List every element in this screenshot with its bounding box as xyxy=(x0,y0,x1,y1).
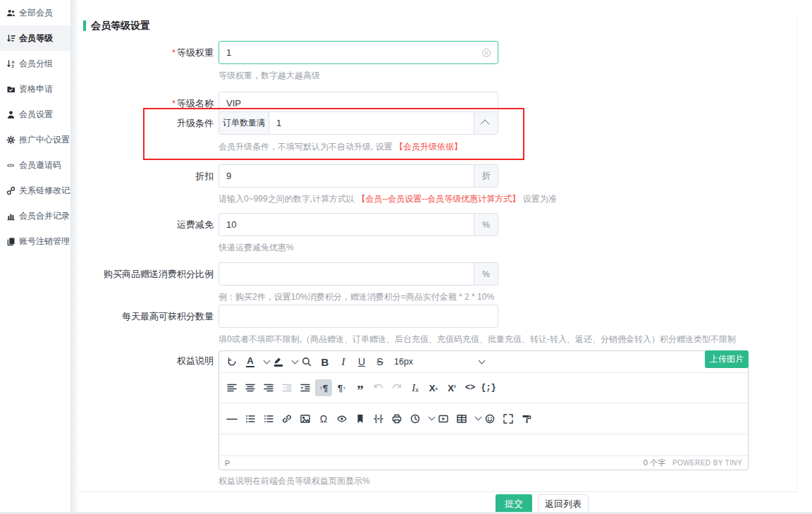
chevron-down-icon xyxy=(479,357,486,364)
print-icon[interactable] xyxy=(388,410,405,427)
upgrade-condition-step-button[interactable] xyxy=(474,112,498,134)
font-size-value: 16px xyxy=(394,357,413,367)
editor-toolbar-row3: — Ω xyxy=(219,403,748,434)
text-color-icon[interactable]: A xyxy=(242,353,259,370)
benefits-tip: 权益说明在前端会员等级权益页面显示% xyxy=(219,475,370,487)
submit-button[interactable]: 提交 xyxy=(496,494,532,513)
superscript-icon[interactable]: X² xyxy=(443,379,460,396)
back-to-list-button[interactable]: 返回列表 xyxy=(538,494,589,513)
sidebar-item-label: 全部会员 xyxy=(19,7,53,19)
background-color-pen-icon[interactable] xyxy=(270,353,287,370)
align-left-icon[interactable] xyxy=(223,379,240,396)
editor-word-count: 0 个字 xyxy=(644,458,665,468)
rtl-icon[interactable]: ¶‹ xyxy=(333,379,350,396)
arrow-up-icon xyxy=(481,120,490,129)
discount-field: 折 xyxy=(219,164,498,188)
indent-icon[interactable] xyxy=(297,379,314,396)
outdent-icon[interactable] xyxy=(278,379,295,396)
editor-element-path[interactable]: P xyxy=(225,459,230,467)
clear-format-icon[interactable]: Ix xyxy=(407,379,424,396)
insert-time-icon[interactable] xyxy=(407,410,424,427)
level-weight-field xyxy=(219,41,498,64)
sidebar-item-label: 会员邀请码 xyxy=(19,159,61,171)
search-icon[interactable] xyxy=(298,353,315,370)
inline-code-icon[interactable]: <> xyxy=(462,379,479,396)
undo-icon[interactable] xyxy=(370,379,387,396)
field-label-upgrade-condition: 升级条件 xyxy=(59,111,214,135)
upload-image-button[interactable]: 上传图片 xyxy=(705,350,749,368)
italic-icon[interactable]: I xyxy=(335,353,352,370)
discount-tip: 请输入0~999之间的数字,计算方式以 【会员--会员设置--会员等级优惠计算方… xyxy=(219,193,557,205)
bullet-list-icon[interactable] xyxy=(242,410,259,427)
level-weight-tip: 等级权重，数字越大越高级 xyxy=(219,70,320,82)
member-person-icon xyxy=(6,110,16,119)
page-break-icon[interactable] xyxy=(370,410,387,427)
daily-points-max-field xyxy=(219,305,498,328)
footer-divider xyxy=(79,491,798,492)
content-right-border xyxy=(796,18,797,491)
sidebar-item-all-members[interactable]: 全部会员 xyxy=(0,0,70,25)
level-weight-input[interactable] xyxy=(219,42,481,63)
discount-input[interactable] xyxy=(219,165,474,187)
editor-toolbar-row2: ›¶ ¶‹ ” Ix X₂ X² <> {;} xyxy=(219,373,748,403)
editor-brand: POWERED BY TINY xyxy=(672,459,742,467)
points-ratio-field: % xyxy=(219,262,498,286)
numbered-list-icon[interactable] xyxy=(260,410,277,427)
chevron-down-icon[interactable] xyxy=(475,414,482,421)
discount-calc-link[interactable]: 【会员--会员设置--会员等级优惠计算方式】 xyxy=(357,194,520,204)
sidebar-scrollbar[interactable] xyxy=(70,0,80,514)
member-level-sort-icon xyxy=(6,34,16,43)
daily-points-max-input[interactable] xyxy=(219,305,498,327)
sidebar-item-label: 资格申请 xyxy=(19,83,53,95)
chevron-down-icon[interactable] xyxy=(292,357,299,364)
horizontal-rule-icon[interactable]: — xyxy=(223,410,240,427)
points-ratio-input[interactable] xyxy=(219,263,474,285)
daily-points-max-tip: 填0或者不填即不限制,（商品赠送、订单赠送、后台充值、充值码充值、批量充值、转让… xyxy=(219,334,736,345)
upgrade-basis-link[interactable]: 【会员升级依据】 xyxy=(395,142,462,152)
shipping-discount-input[interactable] xyxy=(219,214,474,235)
qualification-folder-icon xyxy=(6,85,16,94)
image-icon[interactable] xyxy=(297,410,314,427)
media-icon[interactable] xyxy=(435,410,452,427)
field-label-daily-points-max: 每天最高可获积分数量 xyxy=(59,305,214,328)
align-center-icon[interactable] xyxy=(242,379,259,396)
required-asterisk: * xyxy=(172,98,176,109)
ltr-icon[interactable]: ›¶ xyxy=(315,379,332,396)
users-icon xyxy=(6,8,16,18)
field-label-points-ratio: 购买商品赠送消费积分比例 xyxy=(59,262,214,286)
format-painter-icon[interactable] xyxy=(518,410,535,427)
history-undo-icon[interactable] xyxy=(223,353,240,370)
editor-content-area[interactable] xyxy=(219,434,748,455)
emoji-icon[interactable] xyxy=(481,410,498,427)
code-icon: </> xyxy=(6,161,16,170)
discount-unit: 折 xyxy=(474,165,498,187)
align-right-icon[interactable] xyxy=(260,379,277,396)
points-ratio-tip: 例：购买2件，设置10%消费积分，赠送消费积分=商品实付金额 * 2 * 10% xyxy=(219,291,494,303)
chevron-down-icon[interactable] xyxy=(264,357,271,364)
bold-icon[interactable]: B xyxy=(316,353,333,370)
bookmark-icon[interactable] xyxy=(352,410,369,427)
fullscreen-icon[interactable] xyxy=(500,410,517,427)
link-icon[interactable] xyxy=(278,410,295,427)
table-icon[interactable] xyxy=(453,410,470,427)
blockquote-icon[interactable]: ” xyxy=(352,377,369,399)
redo-icon[interactable] xyxy=(388,379,405,396)
editor-status-bar: P 0 个字 POWERED BY TINY xyxy=(219,455,748,470)
sidebar-item-label: 会员等级 xyxy=(19,32,53,44)
upgrade-condition-tip: 会员升级条件，不填写默认为不自动升级, 设置 【会员升级依据】 xyxy=(219,141,462,153)
gear-icon xyxy=(6,135,16,145)
code-sample-icon[interactable]: {;} xyxy=(480,379,497,396)
field-label-discount: 折扣 xyxy=(59,164,214,188)
strikethrough-icon[interactable]: S xyxy=(371,353,388,370)
font-size-select[interactable]: 16px xyxy=(390,353,488,370)
underline-icon[interactable]: U xyxy=(353,353,370,370)
clear-icon[interactable] xyxy=(481,48,491,58)
special-char-icon[interactable]: Ω xyxy=(315,410,332,427)
chevron-down-icon[interactable] xyxy=(429,414,436,421)
subscript-icon[interactable]: X₂ xyxy=(425,379,442,396)
upgrade-condition-input[interactable] xyxy=(269,112,474,134)
member-group-sort-icon: AZ xyxy=(6,59,16,68)
preview-eye-icon[interactable] xyxy=(333,410,350,427)
upgrade-condition-field: 订单数量满 xyxy=(219,111,498,135)
upgrade-condition-prepend: 订单数量满 xyxy=(219,112,269,134)
